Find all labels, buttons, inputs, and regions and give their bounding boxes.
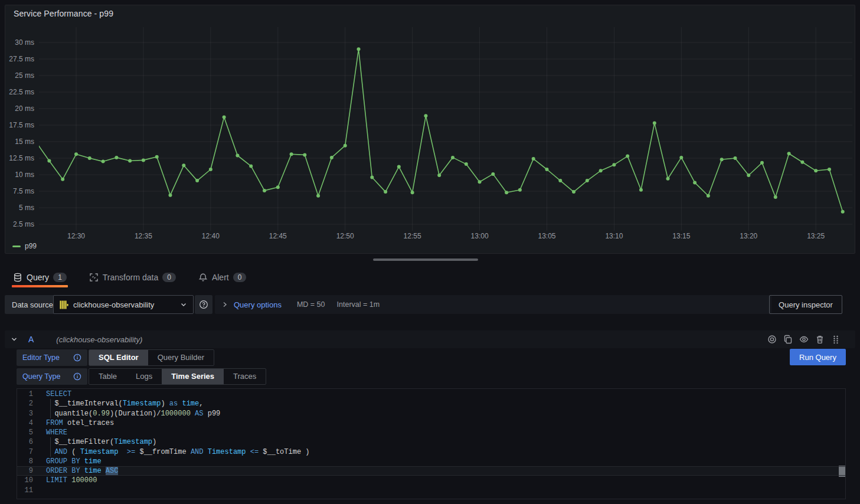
line-number: 9: [17, 466, 33, 476]
datasource-help-button[interactable]: [195, 295, 212, 314]
hide-response-eye-icon[interactable]: [799, 335, 809, 344]
tab-query-badge: 1: [53, 273, 67, 282]
code-line-4: 4FROM otel_traces: [17, 418, 845, 428]
code-text: SELECT: [46, 390, 71, 399]
svg-text:30 ms: 30 ms: [15, 38, 34, 47]
svg-text:12:45: 12:45: [269, 232, 287, 240]
svg-text:13:25: 13:25: [807, 232, 825, 240]
horizontal-scrollbar-thumb[interactable]: [373, 258, 478, 261]
angle-right-icon: [222, 302, 228, 307]
code-line-6: 6 $__timeFilter(Timestamp): [17, 437, 845, 447]
code-text: quantile(0.99)(Duration)/1000000 AS p99: [46, 409, 220, 418]
remove-query-trash-icon[interactable]: [815, 335, 825, 344]
svg-text:13:20: 13:20: [740, 232, 757, 240]
svg-text:12:35: 12:35: [135, 232, 152, 240]
datasource-picker[interactable]: clickhouse-observability: [53, 295, 194, 314]
collapse-chevron-icon[interactable]: [11, 336, 18, 343]
code-line-7: 7 AND ( Timestamp >= $__fromTime AND Tim…: [17, 447, 845, 457]
code-text: LIMIT 100000: [46, 476, 97, 485]
editor-type-switch: SQL Editor Query Builder: [89, 349, 214, 366]
svg-text:2.5 ms: 2.5 ms: [13, 220, 34, 228]
query-type-label-box: Query Type: [17, 368, 87, 385]
query-toolbar: Data source clickhouse-observability Que…: [5, 295, 855, 314]
info-circle-icon[interactable]: [73, 372, 81, 381]
clickhouse-logo-icon: [60, 300, 68, 309]
query-ref-id: A: [28, 335, 34, 344]
interval-value: Interval = 1m: [337, 300, 380, 309]
legend-item-p99[interactable]: p99: [12, 242, 37, 250]
editor-type-option-sql-editor[interactable]: SQL Editor: [89, 350, 148, 365]
query-type-option-table[interactable]: Table: [89, 369, 126, 384]
database-icon: [13, 273, 22, 282]
code-line-11: 11: [17, 486, 845, 495]
chevron-down-icon: [180, 301, 187, 308]
time-series-chart[interactable]: 2.5 ms5 ms7.5 ms10 ms12.5 ms15 ms17.5 ms…: [5, 5, 855, 253]
code-line-5: 5WHERE: [17, 428, 845, 437]
tab-transform-data[interactable]: Transform data 0: [88, 267, 177, 287]
tab-alert[interactable]: Alert 0: [197, 267, 247, 287]
svg-text:22.5 ms: 22.5 ms: [9, 88, 34, 96]
line-number: 4: [17, 418, 33, 428]
editor-type-label-box: Editor Type: [17, 349, 87, 366]
disable-query-icon[interactable]: [767, 335, 777, 344]
query-type-switch: Table Logs Time Series Traces: [89, 368, 266, 385]
svg-text:13:05: 13:05: [538, 232, 555, 240]
svg-text:13:15: 13:15: [672, 232, 690, 240]
editor-type-option-query-builder[interactable]: Query Builder: [148, 350, 214, 365]
line-number: 7: [17, 447, 33, 457]
query-options-bar[interactable]: Query options MD = 50 Interval = 1m: [215, 295, 771, 314]
line-number: 10: [17, 476, 33, 485]
svg-text:20 ms: 20 ms: [15, 104, 34, 113]
code-text: AND ( Timestamp >= $__fromTime AND Times…: [46, 447, 310, 457]
code-line-2: 2 $__timeInterval(Timestamp) as time,: [17, 399, 845, 408]
svg-text:12:55: 12:55: [404, 232, 421, 240]
drag-handle-icon[interactable]: [831, 335, 841, 344]
duplicate-query-icon[interactable]: [783, 335, 793, 344]
svg-text:13:10: 13:10: [605, 232, 623, 240]
query-type-option-time-series[interactable]: Time Series: [162, 369, 224, 384]
svg-text:12:30: 12:30: [67, 232, 85, 240]
tab-label: Alert: [212, 273, 229, 282]
svg-text:17.5 ms: 17.5 ms: [9, 121, 34, 129]
info-circle-icon[interactable]: [73, 354, 81, 362]
svg-text:12:50: 12:50: [336, 232, 354, 240]
run-query-button[interactable]: Run Query: [790, 349, 846, 365]
query-row-header[interactable]: A (clickhouse-observability): [5, 330, 855, 348]
code-text: $__timeFilter(Timestamp): [46, 437, 156, 447]
code-text: ORDER BY time ASC: [46, 466, 118, 476]
svg-text:7.5 ms: 7.5 ms: [13, 187, 34, 195]
code-text: WHERE: [46, 428, 67, 437]
svg-text:13:00: 13:00: [471, 232, 489, 240]
transform-icon: [89, 273, 99, 282]
svg-text:25 ms: 25 ms: [15, 71, 34, 80]
query-datasource-hint: (clickhouse-observability): [56, 335, 142, 344]
query-type-option-logs[interactable]: Logs: [126, 369, 162, 384]
query-type-option-traces[interactable]: Traces: [224, 369, 266, 384]
max-data-points-value: MD = 50: [297, 300, 325, 309]
query-options-link[interactable]: Query options: [234, 300, 282, 309]
svg-text:5 ms: 5 ms: [19, 204, 34, 212]
code-line-9: 9ORDER BY time ASC: [17, 466, 845, 476]
sql-code-editor[interactable]: 1SELECT2 $__timeInterval(Timestamp) as t…: [17, 388, 846, 499]
line-number: 2: [17, 399, 33, 408]
tab-label: Transform data: [103, 273, 158, 282]
panel-edit-tabs: Query 1 Transform data 0 Alert 0: [12, 267, 247, 287]
tab-label: Query: [27, 273, 49, 282]
tab-query[interactable]: Query 1: [12, 267, 68, 287]
code-line-1: 1SELECT: [17, 390, 845, 399]
legend-series-label: p99: [25, 242, 37, 250]
tab-alert-badge: 0: [233, 273, 247, 282]
svg-text:12.5 ms: 12.5 ms: [9, 154, 34, 162]
query-row-actions: [767, 330, 841, 348]
code-text: $__timeInterval(Timestamp) as time,: [46, 399, 203, 408]
query-inspector-button[interactable]: Query inspector: [769, 295, 842, 314]
svg-text:15 ms: 15 ms: [15, 138, 34, 146]
query-type-label: Query Type: [22, 372, 60, 381]
line-number: 11: [17, 486, 33, 495]
code-line-3: 3 quantile(0.99)(Duration)/1000000 AS p9…: [17, 409, 845, 418]
svg-text:27.5 ms: 27.5 ms: [9, 55, 34, 63]
line-number: 6: [17, 437, 33, 447]
code-text: GROUP BY time: [46, 457, 102, 466]
timeseries-panel: Service Performance - p99 2.5 ms5 ms7.5 …: [5, 5, 855, 254]
code-text: FROM otel_traces: [46, 418, 114, 428]
